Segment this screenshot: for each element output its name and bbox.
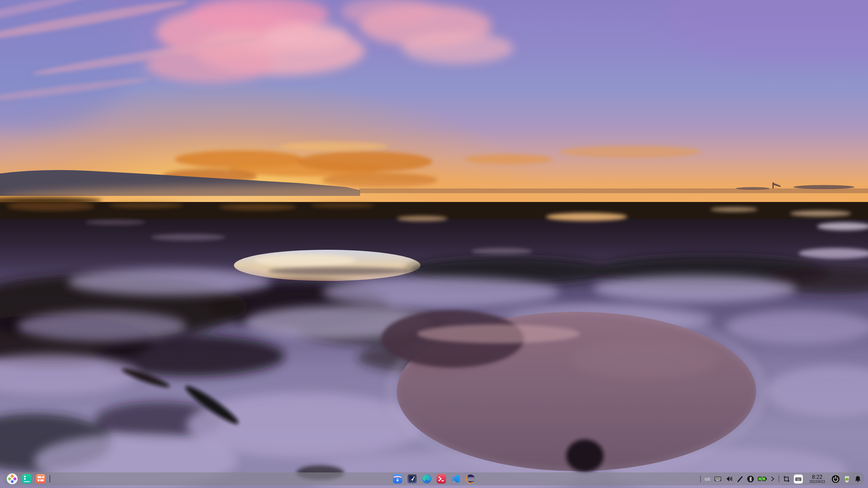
start-menu-icon bbox=[6, 473, 18, 485]
screenshot-button[interactable] bbox=[783, 475, 790, 483]
desktop[interactable]: us bbox=[0, 0, 868, 488]
edge-browser-button[interactable] bbox=[422, 474, 432, 484]
notifications-button[interactable] bbox=[854, 475, 862, 483]
terminal-icon bbox=[436, 474, 447, 484]
software-center-icon bbox=[393, 474, 403, 484]
power-button[interactable] bbox=[831, 475, 840, 483]
clock-time: 8:22 bbox=[812, 474, 822, 480]
file-manager-icon bbox=[22, 474, 32, 484]
virtual-keyboard-button[interactable] bbox=[794, 474, 803, 484]
volume-icon bbox=[725, 475, 733, 483]
keyboard-icon bbox=[714, 476, 722, 482]
start-menu-button[interactable] bbox=[6, 473, 18, 485]
file-manager-button[interactable] bbox=[22, 474, 32, 484]
screenshot-icon bbox=[783, 475, 790, 483]
power-icon bbox=[831, 475, 840, 483]
software-center-button[interactable] bbox=[393, 474, 403, 484]
trash-button[interactable] bbox=[844, 475, 850, 483]
eclipse-button[interactable] bbox=[466, 474, 476, 484]
clock-date: 2022/9/23 bbox=[809, 480, 825, 484]
desktop-wallpaper-image bbox=[0, 0, 868, 488]
vscode-icon bbox=[451, 474, 461, 484]
tray-separator bbox=[700, 475, 701, 482]
mail-stamp-icon bbox=[407, 474, 417, 484]
bluetooth-button[interactable] bbox=[747, 475, 754, 483]
battery-charging-icon bbox=[758, 476, 767, 482]
tray-separator bbox=[778, 475, 779, 482]
control-center-icon bbox=[36, 474, 46, 484]
control-center-button[interactable] bbox=[36, 474, 46, 484]
taskbar-left-group bbox=[6, 472, 50, 485]
clock[interactable]: 8:22 2022/9/23 bbox=[807, 474, 828, 484]
bluetooth-icon bbox=[747, 475, 754, 483]
expand-chevron-icon bbox=[771, 475, 775, 482]
eclipse-icon bbox=[466, 474, 476, 484]
battery-button[interactable] bbox=[758, 476, 767, 482]
trash-icon bbox=[844, 475, 850, 483]
stylus-button[interactable] bbox=[736, 475, 743, 483]
edge-browser-icon bbox=[422, 474, 432, 484]
vscode-button[interactable] bbox=[451, 474, 461, 484]
taskbar: us bbox=[3, 472, 865, 485]
stylus-icon bbox=[736, 475, 743, 483]
notifications-bell-icon bbox=[854, 475, 862, 483]
virtual-keyboard-icon bbox=[794, 474, 803, 484]
volume-button[interactable] bbox=[725, 475, 733, 483]
taskbar-divider-cursor bbox=[50, 475, 50, 483]
input-method-button[interactable] bbox=[714, 476, 722, 482]
taskbar-dock bbox=[393, 474, 476, 484]
tray-expand-button[interactable] bbox=[771, 475, 775, 482]
mail-button[interactable] bbox=[407, 474, 417, 484]
terminal-button[interactable] bbox=[436, 474, 447, 484]
taskbar-tray: us bbox=[700, 472, 862, 485]
